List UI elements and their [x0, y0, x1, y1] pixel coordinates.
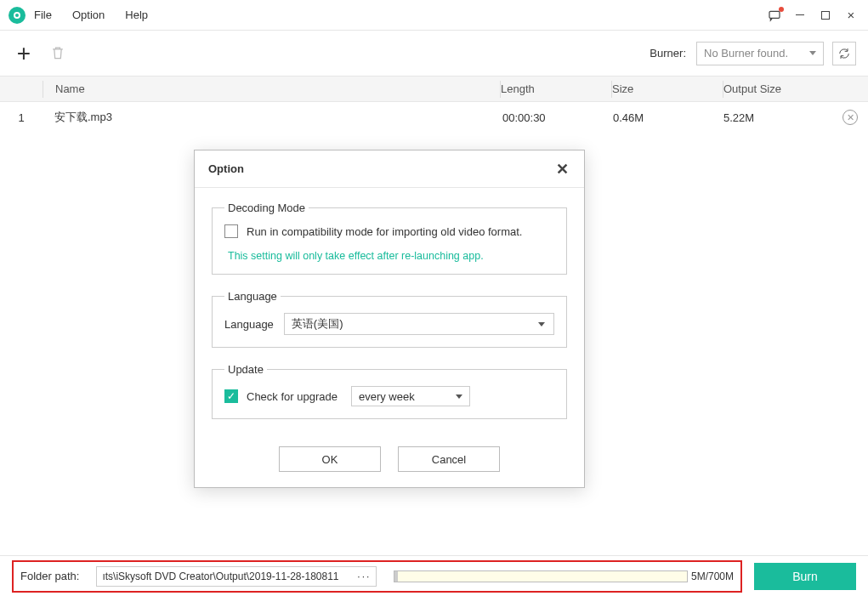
row-delete-icon[interactable]: ✕: [842, 110, 858, 125]
language-select[interactable]: 英语(美国): [284, 313, 554, 335]
progress-text: 5M/700M: [691, 570, 734, 582]
update-group: Update ✓ Check for upgrade every week: [212, 363, 567, 419]
compat-checkbox-label: Run in compatibility mode for importing …: [247, 225, 522, 238]
burner-label: Burner:: [650, 47, 686, 60]
col-length: Length: [501, 82, 611, 95]
refresh-button[interactable]: [832, 42, 856, 65]
table-row[interactable]: 1 安下载.mp3 00:00:30 0.46M 5.22M ✕: [0, 102, 868, 133]
cancel-button[interactable]: Cancel: [398, 446, 500, 472]
delete-button[interactable]: [49, 44, 68, 63]
titlebar: File Option Help ×: [0, 0, 868, 31]
col-output: Output Size: [723, 82, 842, 95]
folder-path-label: Folder path:: [20, 570, 79, 582]
capacity-progress: 5M/700M: [394, 570, 734, 582]
dialog-close-icon[interactable]: ✕: [553, 160, 570, 179]
window-controls: ×: [768, 9, 863, 22]
burn-button[interactable]: Burn: [754, 563, 856, 590]
progress-bar: [394, 570, 688, 582]
upgrade-checkbox-label: Check for upgrade: [247, 390, 338, 403]
col-name: Name: [43, 82, 500, 95]
burner-select[interactable]: No Burner found.: [696, 42, 824, 65]
folder-path-browse-icon[interactable]: ···: [354, 570, 371, 582]
dialog-title: Option: [208, 162, 244, 175]
row-name: 安下载.mp3: [43, 110, 502, 125]
decoding-hint: This setting will only take effect after…: [228, 250, 554, 262]
highlight-box: Folder path: ıts\iSkysoft DVD Creator\Ou…: [12, 560, 742, 593]
menu-file[interactable]: File: [34, 9, 52, 21]
dialog-titlebar: Option ✕: [195, 150, 584, 188]
frequency-select[interactable]: every week: [351, 386, 470, 406]
frequency-select-value: every week: [359, 390, 415, 403]
language-legend: Language: [224, 290, 281, 303]
add-button[interactable]: +: [12, 42, 36, 65]
compat-checkbox[interactable]: [224, 224, 238, 238]
decoding-group: Decoding Mode Run in compatibility mode …: [212, 202, 567, 275]
language-select-value: 英语(美国): [292, 316, 343, 332]
language-label: Language: [224, 318, 274, 331]
row-length: 00:00:30: [502, 111, 613, 124]
folder-path-value: ıts\iSkysoft DVD Creator\Output\2019-11-…: [102, 570, 338, 582]
update-legend: Update: [224, 363, 267, 376]
folder-path-input[interactable]: ıts\iSkysoft DVD Creator\Output\2019-11-…: [96, 566, 377, 587]
main-menu: File Option Help: [34, 9, 148, 21]
row-size: 0.46M: [613, 111, 723, 124]
ok-button[interactable]: OK: [279, 446, 381, 472]
menu-help[interactable]: Help: [125, 9, 148, 21]
row-index: 1: [0, 111, 43, 124]
col-size: Size: [612, 82, 723, 95]
language-group: Language Language 英语(美国): [212, 290, 567, 348]
burner-select-value: No Burner found.: [704, 47, 788, 60]
app-logo-icon: [9, 7, 26, 24]
feedback-icon[interactable]: [768, 9, 781, 22]
decoding-legend: Decoding Mode: [224, 202, 309, 214]
toolbar: + Burner: No Burner found.: [0, 31, 868, 77]
menu-option[interactable]: Option: [72, 9, 105, 21]
svg-rect-0: [769, 11, 780, 18]
maximize-button[interactable]: [819, 9, 832, 22]
bottom-bar: Folder path: ıts\iSkysoft DVD Creator\Ou…: [0, 555, 868, 596]
upgrade-checkbox[interactable]: ✓: [224, 389, 238, 403]
option-dialog: Option ✕ Decoding Mode Run in compatibil…: [194, 150, 585, 488]
table-header: Name Length Size Output Size: [0, 77, 868, 102]
row-output: 5.22M: [723, 111, 842, 124]
close-button[interactable]: ×: [844, 9, 858, 22]
minimize-button[interactable]: [793, 9, 807, 22]
